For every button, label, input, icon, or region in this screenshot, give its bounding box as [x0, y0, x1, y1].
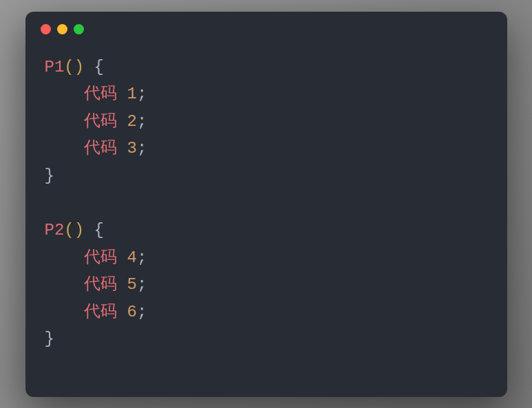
code-word: 代码	[84, 275, 117, 294]
code-block: P1() { 代码 1; 代码 2; 代码 3; } P2() { 代码 4; …	[25, 40, 507, 367]
code-word: 代码	[84, 112, 117, 131]
close-icon[interactable]	[41, 24, 51, 34]
open-paren: (	[64, 221, 74, 239]
semicolon: ;	[137, 85, 147, 103]
code-window: P1() { 代码 1; 代码 2; 代码 3; } P2() { 代码 4; …	[25, 12, 507, 397]
function-name: P1	[45, 58, 65, 76]
code-line: 代码 5;	[45, 271, 488, 299]
close-paren: )	[74, 221, 84, 239]
code-line: }	[45, 325, 488, 353]
code-line: 代码 3;	[45, 135, 488, 162]
code-line: 代码 1;	[45, 80, 488, 108]
code-line: }	[45, 162, 488, 190]
semicolon: ;	[137, 139, 147, 158]
code-line: 代码 4;	[45, 244, 488, 272]
space	[117, 139, 127, 158]
code-word: 代码	[84, 248, 117, 267]
space	[117, 248, 127, 267]
close-brace: }	[45, 330, 54, 348]
semicolon: ;	[137, 275, 147, 294]
close-paren: )	[74, 58, 84, 76]
space	[117, 112, 127, 131]
code-number: 2	[127, 112, 137, 131]
open-paren: (	[64, 58, 74, 76]
space	[117, 85, 127, 103]
maximize-icon[interactable]	[74, 24, 84, 34]
blank-line	[45, 189, 488, 217]
code-line: P1() {	[45, 54, 488, 81]
indent	[45, 275, 85, 294]
function-name: P2	[45, 221, 65, 239]
open-brace: {	[94, 58, 104, 76]
code-word: 代码	[84, 139, 117, 158]
code-word: 代码	[84, 85, 117, 103]
code-number: 6	[127, 303, 137, 321]
code-line: 代码 2;	[45, 108, 488, 136]
open-brace: {	[94, 221, 104, 239]
minimize-icon[interactable]	[57, 24, 67, 34]
code-line: P2() {	[45, 217, 488, 244]
code-word: 代码	[84, 303, 117, 321]
semicolon: ;	[137, 112, 147, 131]
code-line: 代码 6;	[45, 299, 488, 326]
space	[117, 303, 127, 321]
close-brace: }	[45, 167, 54, 185]
semicolon: ;	[137, 248, 147, 267]
code-number: 3	[127, 139, 137, 158]
indent	[45, 303, 85, 321]
code-number: 4	[127, 248, 137, 267]
space	[117, 275, 127, 294]
code-number: 1	[127, 85, 137, 103]
indent	[45, 248, 85, 267]
indent	[45, 85, 85, 103]
indent	[45, 139, 85, 158]
window-titlebar	[25, 12, 507, 40]
indent	[45, 112, 85, 131]
code-number: 5	[127, 275, 137, 294]
semicolon: ;	[137, 303, 147, 321]
